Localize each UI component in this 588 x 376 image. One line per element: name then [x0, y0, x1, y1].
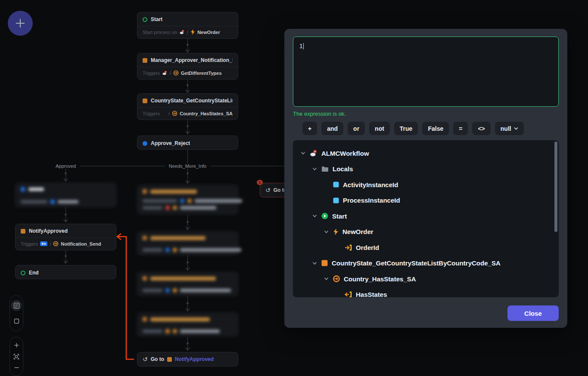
node-approve-reject[interactable]: Approve_Reject: [137, 136, 238, 150]
add-activity-button[interactable]: [8, 11, 33, 36]
chevron-down-icon[interactable]: [300, 150, 306, 156]
trigger-icon: [172, 111, 177, 116]
redacted-node[interactable]: [137, 272, 238, 296]
expression-variable-tree: ALMCWorkflow Locals ActivityInstanceId P…: [293, 140, 559, 297]
chevron-down-icon[interactable]: [323, 276, 329, 282]
operator-null-dropdown[interactable]: null: [495, 122, 524, 135]
trigger-icon: [53, 241, 59, 247]
canvas-mode-toolbar: [9, 295, 23, 331]
error-count-badge: 1: [257, 180, 263, 185]
activity-list-button[interactable]: [11, 300, 22, 311]
tree-item-orderid[interactable]: OrderId: [293, 240, 559, 256]
goto-target-link[interactable]: NotifyApproved: [175, 356, 214, 362]
tree-item-start[interactable]: Start: [293, 208, 559, 224]
workflow-icon: [179, 29, 185, 35]
zoom-out-button[interactable]: [11, 362, 22, 373]
workflow-designer: Start Start process on / NewOrder Manage…: [0, 0, 588, 376]
select-tool-button[interactable]: [11, 315, 22, 327]
output-icon: [345, 291, 352, 297]
node-manager-approver-notification-service[interactable]: Manager_Approver_Notification_Service Tr…: [137, 53, 238, 80]
redacted-node[interactable]: [137, 313, 238, 336]
redacted-node[interactable]: [137, 185, 238, 214]
activity-icon: [143, 58, 147, 63]
trigger-icon: [333, 275, 340, 282]
chevron-down-icon[interactable]: [311, 213, 317, 219]
node-title: Manager_Approver_Notification_Service: [151, 57, 233, 63]
chevron-down-icon[interactable]: [323, 229, 329, 235]
chevron-down-icon: [514, 127, 518, 130]
operator-not-button[interactable]: not: [369, 122, 390, 135]
expression-input[interactable]: 1: [293, 37, 559, 107]
lightning-icon: [190, 29, 195, 35]
tree-item-activityinstanceid[interactable]: ActivityInstanceId: [293, 177, 559, 193]
expression-editor-dialog: 1 The expression is ok. + and or not Tru…: [284, 29, 567, 328]
minus-icon: [14, 365, 19, 370]
operator-false-button[interactable]: False: [422, 122, 449, 135]
event-icon: [333, 228, 339, 235]
activity-icon: [321, 260, 328, 266]
node-title: NotifyApproved: [29, 228, 68, 234]
node-notify-approved[interactable]: NotifyApproved Triggers En / Notificatio…: [15, 224, 116, 250]
language-badge: En: [40, 241, 47, 246]
fit-to-screen-button[interactable]: [11, 351, 22, 362]
folder-icon: [321, 166, 329, 172]
node-start[interactable]: Start Start process on / NewOrder: [137, 12, 238, 39]
operator-notequal-button[interactable]: <>: [472, 122, 490, 135]
zoom-in-button[interactable]: [11, 340, 22, 351]
decision-icon: [143, 141, 147, 146]
operator-true-button[interactable]: True: [394, 122, 418, 135]
operator-equals-button[interactable]: =: [453, 122, 468, 135]
redacted-node[interactable]: [15, 183, 116, 207]
goto-connection-arrow: [118, 237, 134, 359]
end-icon: [21, 271, 25, 275]
square-icon: [14, 318, 19, 324]
edge-label-approved: Approved: [52, 163, 80, 169]
node-title: End: [29, 270, 39, 276]
fit-screen-icon: [13, 354, 19, 360]
operator-or-button[interactable]: or: [348, 122, 365, 135]
node-title: Approve_Reject: [151, 140, 190, 146]
operator-button-row: + and or not True False = <> null: [302, 122, 559, 135]
workflow-icon: [310, 149, 317, 157]
tree-item-neworder[interactable]: NewOrder: [293, 224, 559, 240]
tree-item-almcworkflow[interactable]: ALMCWorkflow: [293, 145, 559, 161]
node-title: CountryState_GetCountryStateListByCou...: [151, 98, 233, 104]
tree-item-hasstates[interactable]: HasStates: [293, 287, 559, 298]
variable-icon: [333, 197, 339, 203]
node-countrystate[interactable]: CountryState_GetCountryStateListByCou...…: [137, 93, 238, 120]
node-subtitle: Triggers: [143, 111, 160, 116]
goto-label: Go to: [151, 356, 164, 362]
node-title: Start: [151, 16, 162, 22]
trigger-icon: [173, 70, 179, 76]
plus-icon: [14, 342, 19, 348]
text-caret: [303, 43, 304, 49]
operator-and-button[interactable]: and: [321, 122, 343, 135]
tree-scrollbar-thumb[interactable]: [554, 142, 557, 232]
chevron-down-icon[interactable]: [311, 260, 317, 266]
node-end[interactable]: End: [15, 265, 116, 279]
tree-item-processinstanceid[interactable]: ProcessInstanceId: [293, 193, 559, 209]
chevron-down-icon[interactable]: [311, 166, 317, 172]
expression-value: 1: [299, 43, 303, 49]
zoom-toolbar: [9, 337, 23, 376]
input-icon: [345, 244, 352, 251]
activity-icon: [21, 229, 25, 234]
goto-loop-icon: ↺: [143, 356, 148, 363]
edge-label-needs-more-info: Needs_More_Info: [165, 163, 210, 169]
node-subtitle: Triggers: [21, 241, 38, 247]
variable-icon: [333, 182, 339, 188]
tree-item-country-hasstates[interactable]: Country_HasStates_SA: [293, 271, 559, 287]
close-button[interactable]: Close: [507, 305, 559, 321]
workflow-icon: [162, 70, 168, 76]
tree-item-locals[interactable]: Locals: [293, 161, 559, 177]
node-subtitle: Start process on: [143, 30, 177, 35]
expression-status-message: The expression is ok.: [293, 111, 559, 117]
goto-node-notify-approved[interactable]: ↺ Go to NotifyApproved: [137, 352, 238, 367]
notebook-icon: [13, 302, 20, 309]
operator-plus-button[interactable]: +: [302, 122, 317, 135]
goto-loop-icon: ↺: [265, 187, 271, 194]
node-subtitle: Triggers: [143, 71, 160, 76]
redacted-node[interactable]: [137, 231, 238, 255]
play-icon: [321, 213, 328, 219]
tree-item-countrystate[interactable]: CountryState_GetCountryStateListByCountr…: [293, 256, 559, 271]
